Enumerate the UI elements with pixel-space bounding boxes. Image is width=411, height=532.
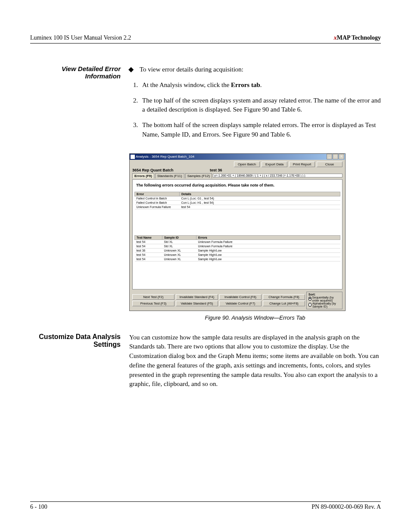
minimize-icon[interactable]: _ bbox=[327, 154, 332, 159]
col-testname: Test Name bbox=[135, 235, 162, 240]
error-heading: The following errors occurred during acq… bbox=[136, 183, 340, 187]
steps-list: At the Analysis window, click the Errors… bbox=[129, 81, 381, 140]
page-header: Luminex 100 IS User Manual Version 2.2 x… bbox=[30, 34, 381, 44]
section-heading-view-errors: View Detailed Error Information bbox=[30, 65, 129, 146]
formula-field[interactable]: y=-1.26E+01 + ( 18946.0809 / ( 1 + ( ( x… bbox=[213, 174, 342, 177]
invalidate-control-button[interactable]: Invalidate Control (F6) bbox=[219, 294, 262, 300]
sample-error-table: Test Name Sample ID Errors test 54Std XL… bbox=[134, 235, 340, 261]
page-footer: 6 - 100 PN 89-00002-00-069 Rev. A bbox=[30, 501, 381, 510]
titlebar: Analysis - 3654 Rep Quant Batch_104 _ □ … bbox=[130, 154, 345, 160]
col-errors: Errors bbox=[196, 235, 340, 240]
print-report-button[interactable]: Print Report bbox=[289, 162, 315, 167]
change-formula-button[interactable]: Change Formula (F8) bbox=[263, 294, 305, 300]
close-icon[interactable]: × bbox=[339, 154, 344, 159]
table-row: Failed Control in BatchCon L (Loc: G1 , … bbox=[135, 196, 340, 200]
step-1: At the Analysis window, click the Errors… bbox=[140, 81, 381, 90]
open-batch-button[interactable]: Open Batch bbox=[234, 162, 260, 167]
section-heading-customize: Customize Data Analysis Settings bbox=[30, 333, 129, 389]
change-lot-button[interactable]: Change Lot (Alt+F8) bbox=[263, 301, 305, 306]
part-number: PN 89-00002-00-069 Rev. A bbox=[311, 504, 381, 510]
sort-group: Sort: Sequentially (by order acquired) A… bbox=[306, 292, 342, 309]
maximize-icon[interactable]: □ bbox=[333, 154, 338, 159]
table-row: Failed Control in BatchCon L (Loc: H1 , … bbox=[135, 200, 340, 205]
next-test-button[interactable]: Next Test (F2) bbox=[132, 294, 174, 300]
tab-standards[interactable]: Standards (F11) bbox=[155, 173, 184, 178]
export-data-button[interactable]: Export Data bbox=[262, 162, 287, 167]
batch-name-label: 3654 Rep Quant Batch bbox=[132, 168, 210, 172]
sort-sequential-radio[interactable]: Sequentially (by order acquired) bbox=[308, 296, 340, 302]
col-sampleid: Sample ID bbox=[162, 235, 196, 240]
table-row: Unknown Formula Failuretest 54 bbox=[135, 205, 340, 209]
system-error-table: Error Details Failed Control in BatchCon… bbox=[134, 192, 340, 209]
step-3: The bottom half of the screen displays s… bbox=[140, 121, 381, 140]
table-row: test 54Std XLUnknown Formula Failure bbox=[135, 244, 340, 248]
col-details: Details bbox=[180, 192, 340, 196]
window-title: Analysis - 3654 Rep Quant Batch_104 bbox=[136, 155, 194, 159]
validate-control-button[interactable]: Validate Control (F7) bbox=[219, 301, 262, 306]
table-row: test 54Unknown XLSample High/Low bbox=[135, 257, 340, 261]
table-row: test 54Unknown XLSample High/Low bbox=[135, 252, 340, 257]
close-button[interactable]: Close bbox=[317, 162, 342, 167]
validate-standard-button[interactable]: Validate Standard (F5) bbox=[176, 301, 218, 306]
page-number: 6 - 100 bbox=[30, 504, 47, 510]
section2-body: You can customize how the sample data re… bbox=[129, 333, 381, 389]
table-row: test 36Unknown XLSample High/Low bbox=[135, 248, 340, 252]
test-name-label: test 36 bbox=[210, 168, 222, 172]
sort-legend: Sort: bbox=[308, 293, 340, 296]
header-left: Luminex 100 IS User Manual Version 2.2 bbox=[30, 34, 131, 41]
analysis-window: Analysis - 3654 Rep Quant Batch_104 _ □ … bbox=[129, 153, 346, 311]
app-icon bbox=[131, 155, 135, 159]
intro-text: To view error details during acquisition… bbox=[140, 65, 243, 75]
invalidate-standard-button[interactable]: Invalidate Standard (F4) bbox=[176, 294, 218, 300]
tab-errors[interactable]: Errors (F9) bbox=[132, 173, 154, 178]
tab-samples[interactable]: Samples (F12) bbox=[185, 173, 212, 178]
table-row: test 54Std XLUnknown Formula Failure bbox=[135, 240, 340, 244]
col-error: Error bbox=[135, 192, 180, 196]
sort-alphabetical-radio[interactable]: Alphabetically (by Sample ID) bbox=[308, 302, 340, 308]
diamond-bullet-icon: ◆ bbox=[128, 65, 134, 75]
previous-test-button[interactable]: Previous Test (F3) bbox=[132, 301, 174, 306]
header-right: xMAP Technology bbox=[334, 34, 381, 41]
step-2: The top half of the screen displays syst… bbox=[140, 96, 381, 115]
figure-caption: Figure 90. Analysis Window—Errors Tab bbox=[129, 314, 381, 321]
